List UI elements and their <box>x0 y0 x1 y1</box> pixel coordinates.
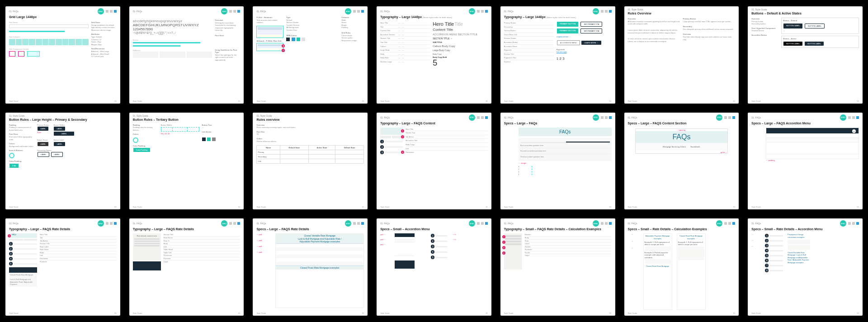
swatch-blue <box>292 38 295 41</box>
sec-a: Grid Name <box>9 21 89 24</box>
thumb-typo-small-calc-examples[interactable]: 01. FAQsSPEC Typography – Small – FAQS R… <box>500 218 615 316</box>
card-title: Grid Large 1440px <box>5 15 120 20</box>
thumb-specs-small-accordion[interactable]: 01. FAQsSPEC Specs – Small – Accordion M… <box>377 218 491 316</box>
symbols: ~!@#$%^&*()_+-={}[]|\:";'<>?,./ <box>133 31 212 34</box>
thumb-button-rules-large[interactable]: 01. Style Guide Button Rules – Large Hei… <box>5 113 120 210</box>
thumb-pgrid-colors[interactable]: 01. FAQs SPEC P-Grid – Notations Grid st… <box>253 6 368 104</box>
thumb-specs-small-rate-accordion[interactable]: 01. FAQsSPEC Specs – Small – Rate Detail… <box>748 218 863 316</box>
project-label: 01. FAQs <box>9 10 19 13</box>
nums: 1234567890 <box>133 27 212 31</box>
thumb-typography-alphabet[interactable]: 01. FAQs SPEC abcdefghijklmnopqrstuvwxyz… <box>129 6 244 104</box>
spec-badge: SPEC <box>98 8 104 14</box>
swatch-gray <box>302 38 305 41</box>
thumb-typography-large-2[interactable]: 01. FAQs SPEC Typography – Large 1440px … <box>500 6 615 104</box>
view-icons <box>106 10 117 13</box>
thumb-specs-faqs-accordion[interactable]: 01. FAQsSPEC Specs – Large – FAQS Accord… <box>748 113 863 210</box>
thumb-typo-faqs-rate-details-1[interactable]: 01. FAQsSPEC Typography – Large – FAQS R… <box>5 218 120 316</box>
thumb-specs-small-calc-examples[interactable]: 01. FAQsSPEC Specs – Small – Rate Detail… <box>624 218 739 316</box>
thumb-specs-large-faqs[interactable]: 01. FAQsSPEC Specs – Large – FAQs FAQs F… <box>500 113 615 210</box>
thumb-typo-faqs-rate-details-2[interactable]: 01. FAQsSPEC Typography – Large – FAQS R… <box>129 218 244 316</box>
primary-button: PRIMARY BUTTON <box>557 22 579 27</box>
thumb-typo-faqs-content[interactable]: 01. FAQsSPEC Typography – Large – FAQS C… <box>377 113 491 210</box>
secondary-button: SECONDARY CTA <box>580 22 602 27</box>
thumb-buttons-states[interactable]: 01. Style Guide Buttons – Default & Acti… <box>748 6 863 104</box>
right-p: Design guidelines for default high-densi… <box>91 24 117 32</box>
alpha-upper: ABCDEFGHIJKLMNOPQRSTUVWXYZ <box>133 23 212 27</box>
alpha-lower: abcdefghijklmnopqrstuvwxyz <box>133 19 212 23</box>
sec-c: Grid Component Control <box>9 48 89 50</box>
thumb-rules-overview[interactable]: 01. Style Guide Rules Overview Overview … <box>624 6 739 104</box>
artboard-grid: 01. FAQs SPEC Grid Large 1440px Grid Nam… <box>5 6 863 316</box>
thumb-typography-large-1[interactable]: 01. FAQs SPEC Typography – Large 1440px … <box>377 6 491 104</box>
hero-title: Hero Title <box>433 21 454 27</box>
thumb-button-rules-tertiary[interactable]: 01. Style Guide Button Rules – Tertiary … <box>129 113 244 210</box>
thumb-specs-faqs-content-section[interactable]: 01. FAQsSPEC Specs – Large – FAQS Conten… <box>624 113 739 210</box>
swatch-dark <box>286 38 290 41</box>
swatch-teal <box>297 38 300 41</box>
thumb-rules-overview-2[interactable]: 01. Style Guide Rules overview Overview … <box>253 113 368 210</box>
sec-b: Grid Columns <box>9 36 89 38</box>
thumb-grid-large[interactable]: 01. FAQs SPEC Grid Large 1440px Grid Nam… <box>5 6 120 104</box>
thumb-specs-large-rate-details[interactable]: 01. FAQsSPEC Specs – Large – FAQS Rate D… <box>253 218 368 316</box>
